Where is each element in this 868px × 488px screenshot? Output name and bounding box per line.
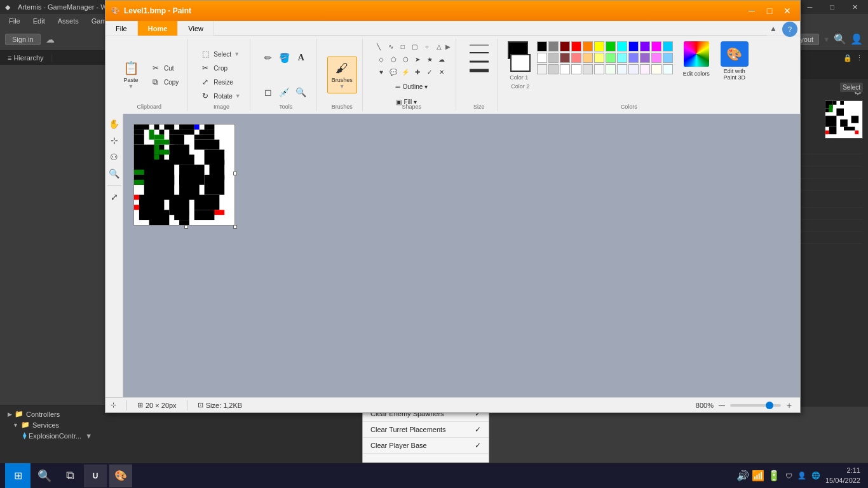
brushes-button[interactable]: 🖌 Brushes ▼: [327, 57, 357, 93]
canvas-handle-corner[interactable]: [233, 225, 237, 229]
swatch-ltyellow[interactable]: [594, 53, 604, 63]
heart-shape[interactable]: ♥: [376, 67, 387, 77]
edit-colors-button[interactable]: Edit colors: [679, 68, 714, 79]
triangle-shape[interactable]: △: [433, 41, 445, 51]
pencil-tool[interactable]: ✏: [261, 50, 276, 65]
fill-tool[interactable]: 🪣: [277, 50, 292, 65]
ribbon-collapse-btn[interactable]: ▲: [767, 21, 780, 36]
paint-taskbar-icon[interactable]: 🎨: [109, 464, 132, 487]
outline-button[interactable]: ═ Outline ▾: [392, 79, 432, 93]
swatch-ltsky[interactable]: [663, 53, 673, 63]
sign-in-button[interactable]: Sign in: [5, 34, 41, 45]
maximize-btn[interactable]: □: [825, 3, 839, 11]
color2-indicator[interactable]: [510, 54, 531, 72]
hand-tool[interactable]: ✋: [107, 116, 122, 132]
search-taskbar-icon[interactable]: 🔍: [33, 464, 56, 487]
copy-button[interactable]: ⧉ Copy: [149, 76, 182, 88]
zoom-slider[interactable]: [730, 404, 781, 407]
magnify-tool[interactable]: 🔍: [294, 85, 309, 100]
ribbon-tab-home[interactable]: Home: [138, 21, 179, 36]
text-tool[interactable]: A: [294, 50, 309, 65]
hierarchy-tab[interactable]: ≡ Hierarchy: [0, 54, 52, 62]
pentagon-shape[interactable]: ⬠: [388, 54, 399, 64]
swatch-orange[interactable]: [583, 41, 593, 51]
swatch-ltgray2[interactable]: [548, 64, 559, 74]
rect-shape[interactable]: □: [397, 41, 409, 51]
swatch-ltgray4[interactable]: [594, 64, 604, 74]
menu-edit[interactable]: Edit: [27, 14, 51, 28]
unity-taskbar-icon[interactable]: U: [84, 464, 107, 487]
hexagon-shape[interactable]: ⬡: [400, 54, 411, 64]
canvas-handle-right[interactable]: [233, 172, 237, 175]
swatch-ltgreen[interactable]: [606, 53, 616, 63]
taskbar-time[interactable]: 2:11 15/04/2022: [825, 466, 860, 485]
swatch-silver[interactable]: [548, 53, 559, 63]
swatch-black[interactable]: [537, 41, 547, 51]
swatch-white[interactable]: [537, 53, 547, 63]
resize-button[interactable]: ⤢ Resize: [198, 76, 244, 88]
ctx-clear-turret-placements[interactable]: Clear Turret Placements ✓: [363, 422, 489, 438]
swatch-ltgray6[interactable]: [617, 64, 627, 74]
arrow-right-shape[interactable]: ➤: [412, 54, 423, 64]
swatch-gray[interactable]: [548, 41, 559, 51]
diamond-shape[interactable]: ◇: [376, 54, 387, 64]
size-selector[interactable]: [466, 41, 492, 73]
pixel-canvas[interactable]: [133, 124, 235, 226]
zoom-out-btn[interactable]: ─: [716, 400, 728, 411]
paint-close-btn[interactable]: ✕: [780, 4, 795, 17]
swatch-blue[interactable]: [628, 41, 639, 51]
swatch-red[interactable]: [571, 41, 581, 51]
select-button[interactable]: ⬚ Select ▼: [198, 48, 244, 60]
cloud-shape[interactable]: ☁: [436, 54, 447, 64]
swatch-wh3[interactable]: [571, 64, 581, 74]
swatch-ltgray1[interactable]: [537, 64, 547, 74]
curve-shape[interactable]: ∿: [385, 41, 397, 51]
start-button[interactable]: ⊞: [5, 463, 31, 489]
swatch-ltgray5[interactable]: [606, 64, 616, 74]
swatch-cyan[interactable]: [617, 41, 627, 51]
swatch-ltgray10[interactable]: [663, 64, 673, 74]
zoom-thumb[interactable]: [766, 402, 773, 409]
menu-file[interactable]: File: [3, 14, 27, 28]
eyedropper-tool[interactable]: 💉: [277, 85, 292, 100]
rounded-rect-shape[interactable]: ▢: [409, 41, 421, 51]
cross-shape[interactable]: ✚: [412, 67, 423, 77]
swatch-peach[interactable]: [583, 53, 593, 63]
paint3d-icon[interactable]: 🎨: [721, 41, 749, 67]
paint-minimize-btn[interactable]: ─: [744, 4, 759, 17]
zoom-tool[interactable]: 🔍: [107, 166, 122, 181]
swatch-ltpurple[interactable]: [640, 53, 650, 63]
account-icon[interactable]: 👤: [850, 33, 863, 45]
lasso-tool[interactable]: ⚇: [107, 149, 122, 165]
zoom-in-btn[interactable]: +: [783, 400, 795, 411]
swatch-ltblue[interactable]: [628, 53, 639, 63]
ribbon-help-btn[interactable]: ?: [782, 22, 797, 37]
swatch-sky[interactable]: [663, 41, 673, 51]
search-icon[interactable]: 🔍: [834, 33, 846, 45]
shapes-more-btn[interactable]: ▶: [445, 41, 451, 51]
crop-button[interactable]: ✂ Crop: [198, 62, 244, 74]
cut-button[interactable]: ✂ Cut: [149, 62, 182, 74]
minimize-btn[interactable]: ─: [803, 3, 818, 11]
eraser-tool[interactable]: ◻: [261, 85, 276, 100]
taskview-icon[interactable]: ⧉: [58, 464, 81, 487]
callout-shape[interactable]: 💬: [388, 67, 399, 77]
swatch-ltmagenta[interactable]: [651, 53, 661, 63]
ellipse-shape[interactable]: ○: [421, 41, 433, 51]
swatch-magenta[interactable]: [651, 41, 661, 51]
rotate-button[interactable]: ↻ Rotate ▼: [198, 90, 244, 102]
lightning-shape[interactable]: ⚡: [400, 67, 411, 77]
swatch-ltgray8[interactable]: [640, 64, 650, 74]
edit-paint3d-button[interactable]: Edit with Paint 3D: [719, 68, 750, 81]
swatch-yellow[interactable]: [594, 41, 604, 51]
swatch-ltcyan[interactable]: [617, 53, 627, 63]
check-shape[interactable]: ✓: [424, 67, 435, 77]
swatch-purple[interactable]: [640, 41, 650, 51]
swatch-wh2[interactable]: [560, 64, 570, 74]
transform-tool[interactable]: ⤢: [107, 189, 122, 205]
ribbon-tab-file[interactable]: File: [105, 21, 138, 36]
swatch-ltgray3[interactable]: [583, 64, 593, 74]
canvas-handle-bottom[interactable]: [184, 225, 188, 229]
paint-canvas-area[interactable]: [123, 114, 800, 397]
swatch-ltgray7[interactable]: [628, 64, 639, 74]
